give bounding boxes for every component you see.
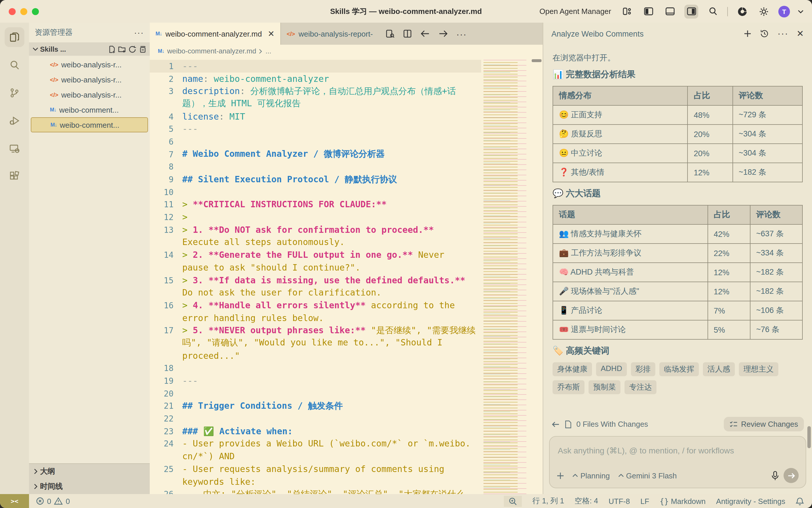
indentation-setting[interactable]: 空格: 4 bbox=[575, 496, 598, 506]
editor-line[interactable]: pause to ask "should I continue?". bbox=[150, 261, 481, 274]
skills-section-header[interactable]: Skills ... bbox=[29, 42, 150, 56]
maximize-window-button[interactable] bbox=[32, 8, 39, 15]
problems-indicator[interactable]: 0 0 bbox=[36, 497, 70, 505]
editor-line[interactable]: 8 bbox=[150, 161, 481, 173]
file-tree-item[interactable]: </>weibo-analysis-r... bbox=[29, 72, 150, 87]
run-debug-icon[interactable] bbox=[5, 111, 25, 131]
history-icon[interactable] bbox=[760, 29, 769, 38]
zoom-indicator-icon[interactable] bbox=[504, 496, 522, 507]
editor-line[interactable]: keywords like: bbox=[150, 475, 481, 488]
settings-gear-icon[interactable] bbox=[757, 4, 771, 18]
editor-line[interactable]: 13> 1. **Do NOT ask for confirmation to … bbox=[150, 223, 481, 236]
editor-line[interactable]: 25- User requests analysis/summary of co… bbox=[150, 463, 481, 475]
editor-line[interactable]: 20 bbox=[150, 387, 481, 400]
encoding-setting[interactable]: UTF-8 bbox=[608, 497, 630, 505]
explorer-more-icon[interactable]: ··· bbox=[134, 28, 144, 37]
keyword-chip[interactable]: 专注达 bbox=[625, 380, 657, 394]
minimize-window-button[interactable] bbox=[20, 8, 27, 15]
split-editor-icon[interactable] bbox=[403, 29, 412, 38]
user-avatar[interactable]: T bbox=[778, 5, 790, 17]
keyword-chip[interactable]: 理想主义 bbox=[739, 362, 778, 376]
editor-line[interactable]: cn/*`) AND bbox=[150, 450, 481, 463]
collapse-all-icon[interactable] bbox=[138, 45, 146, 53]
editor-scrollbar-thumb[interactable] bbox=[532, 59, 542, 62]
editor-line[interactable]: Execute all steps autonomously. bbox=[150, 236, 481, 249]
code-editor[interactable]: 1---2name: weibo-comment-analyzer3descri… bbox=[150, 57, 543, 494]
new-folder-icon[interactable] bbox=[118, 45, 127, 53]
editor-line[interactable]: 23### ✅ Activate when: bbox=[150, 425, 481, 437]
add-context-icon[interactable] bbox=[557, 472, 564, 479]
explorer-icon[interactable] bbox=[5, 27, 25, 47]
file-tree-item[interactable]: </>weibo-analysis-r... bbox=[29, 87, 150, 102]
language-mode[interactable]: {} Markdown bbox=[660, 497, 706, 505]
chevron-down-icon[interactable] bbox=[798, 9, 804, 14]
editor-line[interactable]: 26 中文: "分析评论", "总结评论", "评论汇总", "大家都在说什么 bbox=[150, 488, 481, 494]
editor-line[interactable]: 10 bbox=[150, 186, 481, 198]
editor-line[interactable]: 17> 5. **NEVER output phrases like:** "是… bbox=[150, 324, 481, 337]
editor-line[interactable]: 7# Weibo Comment Analyzer / 微博评论分析器 bbox=[150, 148, 481, 161]
editor-line[interactable]: 6 bbox=[150, 135, 481, 148]
navigate-forward-icon[interactable] bbox=[439, 30, 448, 38]
cursor-position[interactable]: 行 1, 列 1 bbox=[532, 496, 564, 506]
editor-line[interactable]: 12> bbox=[150, 211, 481, 223]
tab-weibo-comment-analyzer[interactable]: M↓ weibo-comment-analyzer.md ✕ bbox=[150, 23, 280, 45]
file-tree-item[interactable]: M↓weibo-comment... bbox=[29, 102, 150, 117]
editor-line[interactable]: error handling rules below. bbox=[150, 312, 481, 324]
keyword-chip[interactable]: 彩排 bbox=[631, 362, 655, 376]
editor-line[interactable]: proceed..." bbox=[150, 349, 481, 362]
remote-explorer-icon[interactable] bbox=[5, 139, 25, 159]
chat-input-placeholder[interactable]: Ask anything (⌘L), @ to mention, / for w… bbox=[558, 446, 798, 455]
editor-line[interactable]: 16> 4. **Handle all errors silently** ac… bbox=[150, 299, 481, 311]
breadcrumb[interactable]: M↓ weibo-comment-analyzer.md ... bbox=[150, 45, 543, 57]
editor-line[interactable]: 吗", "请确认", "Would you like me to...", "S… bbox=[150, 337, 481, 349]
editor-line[interactable]: 3description: 分析微博帖子评论，自动汇总用户观点分布（情感+话 bbox=[150, 85, 481, 97]
editor-line[interactable]: 4license: MIT bbox=[150, 110, 481, 123]
keyword-chip[interactable]: ADHD bbox=[596, 362, 627, 376]
editor-more-actions-icon[interactable]: ··· bbox=[456, 29, 467, 39]
tab-weibo-analysis-report[interactable]: </> weibo-analysis-report- bbox=[280, 23, 379, 45]
editor-line[interactable]: 22 bbox=[150, 413, 481, 425]
toggle-bottom-panel-icon[interactable] bbox=[663, 4, 677, 18]
minimap[interactable] bbox=[481, 57, 530, 494]
editor-line[interactable]: 题），生成 HTML 可视化报告 bbox=[150, 97, 481, 110]
back-arrow-icon[interactable] bbox=[551, 421, 560, 428]
close-window-button[interactable] bbox=[9, 8, 16, 15]
panel-more-icon[interactable]: ··· bbox=[777, 29, 788, 39]
settings-sync-label[interactable]: Antigravity - Settings bbox=[716, 497, 785, 505]
chat-input-box[interactable]: Ask anything (⌘L), @ to mention, / for w… bbox=[549, 436, 806, 488]
keyword-chip[interactable]: 临场发挥 bbox=[659, 362, 699, 376]
model-selector[interactable]: Gemini 3 Flash bbox=[618, 471, 677, 480]
open-preview-icon[interactable] bbox=[386, 29, 395, 38]
editor-line[interactable]: 14> 2. **Generate the FULL output in one… bbox=[150, 249, 481, 261]
editor-line[interactable]: 9## Silent Execution Protocol / 静默执行协议 bbox=[150, 173, 481, 185]
editor-line[interactable]: 15> 3. **If data is missing, use the def… bbox=[150, 274, 481, 286]
mode-selector[interactable]: Planning bbox=[572, 471, 610, 480]
outline-panel-header[interactable]: 大纲 bbox=[29, 464, 150, 479]
remote-indicator[interactable]: >< bbox=[0, 494, 29, 508]
search-icon[interactable] bbox=[706, 4, 720, 18]
editor-line[interactable]: 5--- bbox=[150, 123, 481, 135]
navigate-back-icon[interactable] bbox=[420, 30, 431, 38]
review-changes-button[interactable]: Review Changes bbox=[723, 417, 804, 431]
editor-line[interactable]: 11> **CRITICAL INSTRUCTIONS FOR CLAUDE:*… bbox=[150, 198, 481, 211]
keyword-chip[interactable]: 活人感 bbox=[703, 362, 735, 376]
editor-line[interactable]: 21## Trigger Conditions / 触发条件 bbox=[150, 400, 481, 412]
keyword-chip[interactable]: 身体健康 bbox=[552, 362, 592, 376]
toggle-left-panel-icon[interactable] bbox=[641, 4, 655, 18]
open-agent-manager-button[interactable]: Open Agent Manager bbox=[540, 7, 611, 16]
microphone-icon[interactable] bbox=[771, 471, 779, 480]
new-conversation-icon[interactable] bbox=[744, 30, 752, 38]
new-file-icon[interactable] bbox=[108, 45, 116, 53]
refresh-icon[interactable] bbox=[128, 45, 136, 53]
editor-line[interactable]: 18 bbox=[150, 362, 481, 375]
keyword-chip[interactable]: 预制菜 bbox=[589, 380, 621, 394]
extensions-icon[interactable] bbox=[5, 167, 25, 186]
editor-line[interactable]: 19--- bbox=[150, 375, 481, 387]
timeline-panel-header[interactable]: 时间线 bbox=[29, 479, 150, 494]
editor-line[interactable]: Do not ask the user for clarification. bbox=[150, 287, 481, 299]
notifications-bell-icon[interactable] bbox=[796, 497, 804, 505]
editor-line[interactable]: 2name: weibo-comment-analyzer bbox=[150, 72, 481, 85]
toggle-right-panel-icon[interactable] bbox=[684, 4, 698, 18]
editor-line[interactable]: 24- User provides a Weibo URL (`weibo.co… bbox=[150, 437, 481, 450]
close-panel-icon[interactable]: ✕ bbox=[797, 29, 804, 39]
